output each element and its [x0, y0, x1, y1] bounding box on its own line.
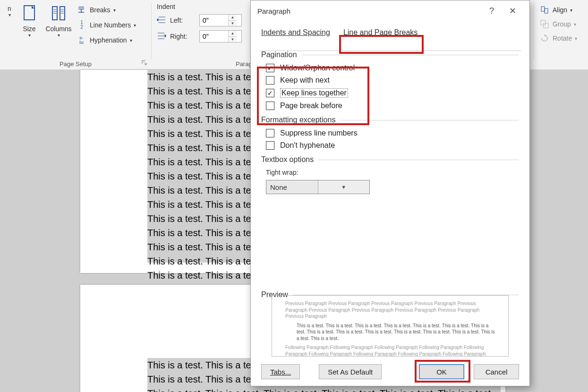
preview-following-text: Following Paragraph Following Paragraph …: [285, 344, 495, 357]
page-setup-group-label: Page Setup: [0, 60, 151, 68]
cancel-button[interactable]: Cancel: [474, 364, 519, 379]
spinner-up-icon[interactable]: ▲: [229, 15, 237, 21]
indent-right-value[interactable]: [200, 31, 228, 42]
hyphenation-button[interactable]: a-bc Hyphenation ▾: [77, 33, 136, 47]
page-setup-dialog-launcher[interactable]: [142, 60, 148, 67]
group-separator: [151, 3, 152, 59]
tight-wrap-label: Tight wrap:: [266, 169, 298, 176]
pagination-heading: Pagination: [261, 51, 297, 59]
checkbox-icon: [266, 102, 274, 110]
group-paragraph: Indent Left: ▲▼ Right: ▲▼: [152, 0, 256, 69]
paragraph-group-label: Paragr: [152, 60, 256, 68]
indent-right-label: Right:: [170, 33, 196, 40]
dialog-button-row: Tabs... Set As Default OK Cancel: [261, 364, 519, 379]
help-button[interactable]: ?: [481, 6, 502, 16]
set-as-default-button[interactable]: Set As Default: [319, 364, 382, 379]
hyphenation-icon: a-bc: [77, 35, 87, 45]
group-separator: [534, 3, 534, 59]
svg-rect-9: [541, 7, 545, 11]
breaks-label: Breaks: [90, 6, 111, 14]
indent-left-icon: [157, 16, 166, 25]
tab-indents-spacing[interactable]: Indents and Spacing: [261, 28, 330, 40]
textbox-options-heading: Textbox options: [261, 155, 314, 164]
dialog-titlebar: Paragraph ? ✕: [251, 0, 529, 21]
chevron-down-icon: ▼: [318, 180, 370, 194]
preview-sample-text: This is a test. This is a test. This is …: [285, 323, 495, 342]
tab-underline: [259, 51, 521, 51]
spinner-down-icon[interactable]: ▼: [229, 37, 237, 43]
size-label: Size: [23, 26, 35, 33]
tight-wrap-value: None: [266, 183, 318, 191]
hyphenation-label: Hyphenation: [90, 36, 127, 44]
chevron-down-icon: ▾: [130, 38, 132, 43]
label-suppress-line-numbers: Suppress line numbers: [280, 129, 358, 137]
chevron-down-icon: ▾: [134, 23, 136, 28]
label-page-break-before: Page break before: [280, 102, 342, 110]
group-label: Group: [553, 20, 571, 28]
align-button[interactable]: Align ▾: [539, 3, 582, 17]
checkbox-dont-hyphenate[interactable]: Don't hyphenate: [261, 139, 519, 152]
orientation-label: n: [8, 5, 11, 12]
svg-rect-12: [544, 23, 548, 28]
checkbox-icon: [266, 89, 274, 97]
group-button[interactable]: Group ▾: [539, 17, 582, 31]
chevron-down-icon: ▾: [113, 8, 116, 13]
breaks-button[interactable]: Breaks ▾: [77, 3, 136, 17]
checkbox-icon: [266, 64, 274, 72]
checkbox-icon: [266, 129, 274, 137]
chevron-down-icon: ▾: [570, 8, 572, 13]
columns-button[interactable]: Columns ▾: [44, 3, 73, 48]
rotate-icon: [539, 34, 550, 43]
close-button[interactable]: ✕: [502, 6, 523, 16]
line-numbers-button[interactable]: 12 Line Numbers ▾: [77, 18, 136, 32]
spinner-up-icon[interactable]: ▲: [229, 31, 237, 37]
label-dont-hyphenate: Don't hyphenate: [280, 141, 335, 150]
tabs-button[interactable]: Tabs...: [261, 364, 300, 379]
indent-right-input[interactable]: ▲▼: [199, 30, 242, 43]
svg-rect-11: [541, 20, 545, 25]
chevron-down-icon: ▾: [28, 33, 31, 38]
indent-left-input[interactable]: ▲▼: [199, 14, 242, 26]
dialog-title: Paragraph: [257, 7, 290, 15]
size-icon: [21, 5, 37, 24]
checkbox-widow-orphan[interactable]: Widow/Orphan control: [261, 62, 519, 74]
checkbox-icon: [266, 141, 274, 150]
indent-left-value[interactable]: [200, 15, 228, 26]
checkbox-icon: [266, 76, 274, 85]
group-page-setup: n ▾ Size ▾: [0, 0, 151, 69]
label-keep-lines-together: Keep lines together: [280, 88, 348, 98]
chevron-down-icon: ▾: [9, 12, 11, 17]
rotate-button[interactable]: Rotate ▾: [539, 31, 582, 45]
tight-wrap-dropdown[interactable]: None ▼: [266, 180, 370, 194]
chevron-down-icon: ▾: [574, 22, 576, 27]
orientation-button[interactable]: n ▾: [5, 3, 14, 48]
line-numbers-icon: 12: [77, 20, 87, 30]
dialog-tabs: Indents and Spacing Line and Page Breaks: [251, 21, 529, 40]
label-widow-orphan: Widow/Orphan control: [280, 64, 355, 72]
group-icon: [539, 20, 550, 28]
checkbox-page-break-before[interactable]: Page break before: [261, 100, 519, 112]
checkbox-suppress-line-numbers[interactable]: Suppress line numbers: [261, 127, 519, 139]
indent-heading: Indent: [157, 3, 251, 10]
group-arrange: Align ▾ Group ▾ Rotate ▾: [535, 0, 587, 69]
indent-left-label: Left:: [170, 17, 196, 24]
chevron-down-icon: ▾: [58, 33, 60, 38]
preview-previous-text: Previous Paragraph Previous Paragraph Pr…: [285, 300, 495, 320]
indent-right-icon: [157, 32, 166, 41]
label-keep-with-next: Keep with next: [280, 76, 330, 85]
columns-label: Columns: [45, 26, 71, 33]
ok-button[interactable]: OK: [419, 364, 464, 379]
tab-line-page-breaks[interactable]: Line and Page Breaks: [343, 28, 418, 40]
size-button[interactable]: Size ▾: [15, 3, 43, 48]
checkbox-keep-with-next[interactable]: Keep with next: [261, 74, 519, 86]
checkbox-keep-lines-together[interactable]: Keep lines together: [261, 86, 519, 100]
align-label: Align: [553, 6, 567, 14]
paragraph-dialog: Paragraph ? ✕ Indents and Spacing Line a…: [250, 0, 530, 386]
formatting-exceptions-heading: Formatting exceptions: [261, 116, 335, 124]
spinner-down-icon[interactable]: ▼: [229, 21, 237, 26]
chevron-down-icon: ▾: [575, 36, 577, 41]
breaks-icon: [77, 6, 87, 14]
rotate-label: Rotate: [553, 34, 572, 42]
align-icon: [539, 6, 550, 14]
line-numbers-label: Line Numbers: [90, 21, 131, 29]
